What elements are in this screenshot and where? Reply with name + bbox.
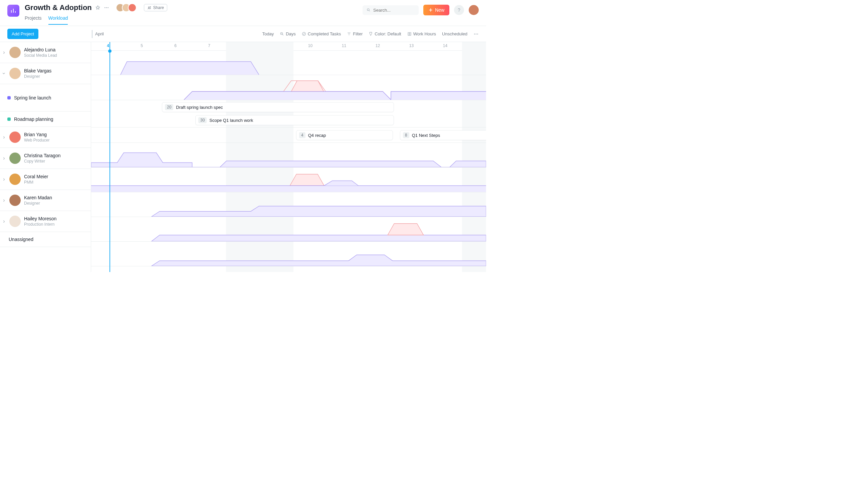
avatar [9, 153, 21, 164]
zoom-days-button[interactable]: Days [280, 31, 296, 36]
task-label: Q4 recap [308, 133, 326, 138]
workload-lane [91, 242, 486, 266]
svg-point-3 [148, 7, 149, 8]
dashboard-icon [7, 5, 19, 17]
person-role: Designer [24, 74, 52, 79]
search-input-wrapper[interactable] [363, 5, 418, 15]
person-role: PMM [24, 180, 48, 185]
project-sub-row[interactable]: Spring line launch [0, 84, 91, 111]
svg-point-8 [474, 33, 475, 34]
task-label: Q1 Next Steps [412, 133, 440, 138]
tab-workload[interactable]: Workload [49, 15, 68, 25]
person-row[interactable]: › Alejandro Luna Social Media Lead [0, 42, 91, 63]
share-label: Share [153, 5, 164, 10]
color-button[interactable]: Color: Default [369, 31, 401, 36]
avatar [9, 68, 21, 79]
filter-icon [347, 32, 351, 36]
chevron-right-icon[interactable]: › [2, 176, 6, 182]
new-label: New [435, 7, 444, 13]
search-input[interactable] [373, 8, 415, 13]
chevron-down-icon[interactable]: › [1, 71, 7, 75]
color-icon [369, 32, 373, 36]
person-row[interactable]: › Christina Taragon Copy Writer [0, 148, 91, 169]
avatar [9, 216, 21, 227]
month-label: April [92, 30, 104, 38]
unassigned-label: Unassigned [9, 237, 33, 242]
person-row[interactable]: › Coral Meier PMM [0, 169, 91, 190]
person-name: Karen Madan [24, 195, 52, 200]
task-card[interactable]: 8 Q1 Next Steps [400, 130, 486, 140]
workload-lane [91, 192, 486, 217]
person-role: Social Media Lead [24, 53, 57, 58]
svg-point-10 [477, 33, 478, 34]
collaborator-avatars[interactable] [119, 3, 136, 12]
workload-lane [91, 75, 486, 100]
project-task-lane: 20 Draft spring launch spec 30 Scope Q1 … [91, 100, 486, 128]
task-card[interactable]: 20 Draft spring launch spec [162, 102, 394, 112]
star-icon[interactable] [95, 5, 100, 10]
tab-projects[interactable]: Projects [25, 15, 42, 25]
unassigned-row[interactable]: Unassigned [0, 232, 91, 247]
grid-icon [407, 32, 412, 36]
new-button[interactable]: New [423, 5, 450, 15]
task-card[interactable]: 30 Scope Q1 launch work [195, 115, 394, 125]
share-button[interactable]: Share [144, 4, 167, 11]
avatar [9, 47, 21, 58]
svg-point-0 [104, 7, 105, 8]
person-role: Production Intern [24, 222, 56, 227]
more-icon[interactable] [104, 5, 109, 10]
project-label: Spring line launch [14, 95, 51, 100]
svg-point-9 [476, 33, 477, 34]
timeline[interactable]: 4 5 6 7 8 9 10 11 12 13 14 15 [91, 42, 486, 272]
project-color-swatch [7, 118, 11, 121]
add-project-button[interactable]: Add Project [7, 29, 38, 39]
workload-lane [91, 143, 486, 168]
workload-lane [91, 217, 486, 242]
filter-button[interactable]: Filter [347, 31, 363, 36]
svg-point-2 [107, 7, 108, 8]
current-user-avatar[interactable] [469, 5, 479, 15]
task-badge: 8 [403, 132, 409, 138]
unscheduled-button[interactable]: Unscheduled [442, 31, 467, 36]
today-button[interactable]: Today [262, 31, 274, 36]
person-role: Designer [24, 201, 52, 205]
chevron-right-icon[interactable]: › [2, 134, 6, 140]
workload-lane [91, 51, 486, 75]
chevron-right-icon[interactable]: › [2, 50, 6, 56]
check-circle-icon [302, 32, 306, 36]
chevron-right-icon[interactable]: › [2, 197, 6, 203]
avatar [9, 131, 21, 143]
person-name: Christina Taragon [24, 153, 60, 158]
chevron-right-icon[interactable]: › [2, 218, 6, 224]
svg-point-4 [150, 6, 151, 7]
svg-point-1 [106, 7, 107, 8]
task-badge: 20 [165, 104, 173, 110]
zoom-icon [280, 32, 284, 36]
person-role: Web Producer [24, 138, 50, 142]
project-task-lane: 4 Q4 recap 8 Q1 Next Steps [91, 128, 486, 143]
completed-tasks-button[interactable]: Completed Tasks [302, 31, 341, 36]
person-row[interactable]: › Karen Madan Designer [0, 190, 91, 211]
person-name: Coral Meier [24, 174, 48, 179]
task-label: Draft spring launch spec [176, 105, 223, 110]
page-title: Growth & Adoption [25, 3, 92, 12]
project-sub-row[interactable]: Roadmap planning [0, 111, 91, 127]
task-label: Scope Q1 launch work [209, 118, 253, 123]
project-color-swatch [7, 96, 11, 99]
svg-point-7 [302, 32, 306, 36]
help-button[interactable]: ? [454, 5, 464, 15]
task-badge: 30 [198, 117, 207, 123]
search-icon [367, 8, 371, 12]
chevron-right-icon[interactable]: › [2, 155, 6, 161]
person-row[interactable]: › Hailey Moreson Production Intern [0, 211, 91, 232]
person-row[interactable]: › Blake Vargas Designer [0, 63, 91, 84]
task-badge: 4 [299, 132, 306, 138]
toolbar-more-icon[interactable] [473, 31, 479, 37]
task-card[interactable]: 4 Q4 recap [296, 130, 393, 140]
project-label: Roadmap planning [14, 117, 54, 122]
avatar [9, 173, 21, 185]
people-sidebar: › Alejandro Luna Social Media Lead › Bla… [0, 42, 91, 272]
svg-point-5 [367, 9, 369, 11]
person-row[interactable]: › Brian Yang Web Producer [0, 127, 91, 148]
work-hours-button[interactable]: Work Hours [407, 31, 436, 36]
